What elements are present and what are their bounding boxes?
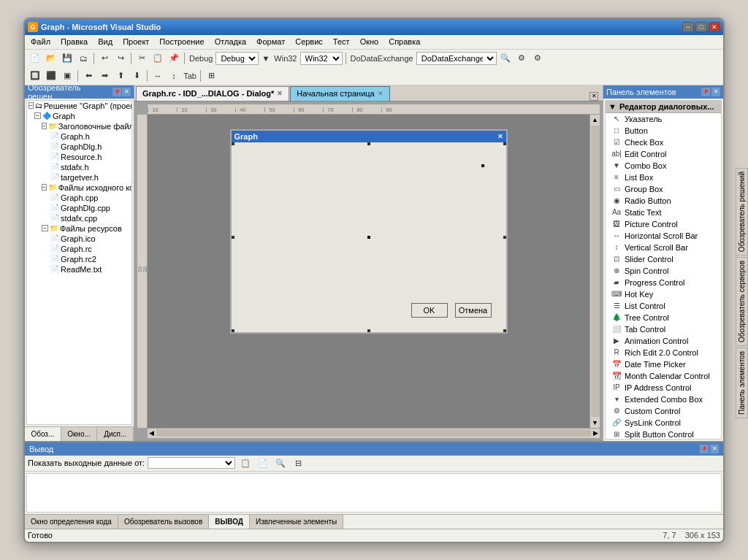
- minimize-button[interactable]: −: [682, 22, 694, 32]
- editor-tab-dialog[interactable]: Graph.rc - IDD_...DIALOG - Dialog* ✕: [136, 86, 289, 101]
- menu-build[interactable]: Построение: [155, 36, 208, 47]
- dialog-content-area[interactable]: OK Отмена: [232, 142, 506, 332]
- scroll-thumb[interactable]: [591, 126, 600, 417]
- toolbox-statictext[interactable]: Aa Static Text: [606, 207, 721, 218]
- solution-collapse[interactable]: −: [28, 102, 34, 109]
- tree-stdafx-h[interactable]: 📄 stdafx.h: [27, 162, 131, 172]
- tab-extracted[interactable]: Извлеченные элементы: [250, 515, 343, 529]
- handle-mr[interactable]: [503, 236, 506, 239]
- toolbar-extra1[interactable]: ⚙: [514, 52, 529, 65]
- tree-targetver-h[interactable]: 📄 targetver.h: [27, 172, 131, 183]
- output-pin-button[interactable]: 📌: [700, 445, 709, 453]
- dialog-cancel-button[interactable]: Отмена: [455, 303, 492, 318]
- toolbox-tabcontrol[interactable]: ⬜ Tab Control: [606, 323, 721, 335]
- dialog-editor-canvas[interactable]: Graph ✕: [148, 115, 589, 428]
- horizontal-scrollbar[interactable]: ◀ ▶: [148, 428, 600, 438]
- tree-resource-h[interactable]: 📄 Resource.h: [27, 152, 131, 162]
- dialog-close-x-icon[interactable]: ✕: [497, 133, 503, 140]
- format-btn1[interactable]: 🔲: [28, 69, 42, 83]
- headers-collapse[interactable]: −: [42, 123, 47, 129]
- output-close-button[interactable]: ✕: [710, 445, 719, 453]
- editor-tab-close-start[interactable]: ✕: [378, 90, 383, 97]
- toolbox-vscrollbar[interactable]: ↕ Vertical Scroll Bar: [606, 242, 721, 253]
- menu-window[interactable]: Окно: [356, 36, 383, 47]
- toolbox-checkbox[interactable]: ☑ Check Box: [606, 137, 721, 148]
- toolbox-splitbutton[interactable]: ⊞ Split Button Control: [606, 429, 721, 440]
- menu-debug[interactable]: Отладка: [210, 36, 251, 47]
- dialog-canvas-wrap[interactable]: 10 20 30 40 50 60 70: [134, 101, 603, 441]
- tree-graph-rc2[interactable]: 📄 Graph.rc2: [27, 254, 131, 264]
- output-source-dropdown[interactable]: [148, 457, 235, 469]
- function-dropdown[interactable]: DoDataExchange: [416, 52, 497, 65]
- toolbox-pointer[interactable]: ↖ Указатель: [606, 113, 721, 125]
- toolbox-slidercontrol[interactable]: ⊡ Slider Control: [606, 253, 721, 265]
- menu-help[interactable]: Справка: [384, 36, 424, 47]
- find-button[interactable]: 🔍: [498, 52, 513, 65]
- config-dropdown[interactable]: Debug: [215, 52, 259, 65]
- menu-edit[interactable]: Правка: [56, 36, 92, 47]
- paste-button[interactable]: 📌: [167, 52, 181, 65]
- menu-test[interactable]: Тест: [329, 36, 354, 47]
- handle-tr[interactable]: [503, 142, 506, 145]
- toolbox-richedit[interactable]: R Rich Edit 2.0 Control: [606, 347, 721, 358]
- save-button[interactable]: 💾: [60, 52, 75, 65]
- redo-button[interactable]: ↪: [113, 52, 128, 65]
- close-button[interactable]: ✕: [709, 22, 720, 32]
- resources-collapse[interactable]: −: [42, 225, 48, 231]
- menu-view[interactable]: Вид: [94, 36, 117, 47]
- handle-tl[interactable]: [232, 142, 234, 145]
- handle-ml[interactable]: [232, 236, 234, 239]
- panel-pin-button[interactable]: 📌: [112, 88, 121, 96]
- tab-call-browser[interactable]: Обозреватель вызовов: [118, 515, 209, 529]
- toolbox-hotkey[interactable]: ⌨ Hot Key: [606, 288, 721, 300]
- toolbox-editcontrol[interactable]: ab| Edit Control: [606, 148, 721, 160]
- maximize-button[interactable]: □: [695, 22, 707, 32]
- toolbox-groupbox[interactable]: ▭ Group Box: [606, 183, 721, 195]
- toolbar-extra2[interactable]: ⚙: [530, 52, 545, 65]
- tab-code-def[interactable]: Окно определения кода: [25, 515, 118, 529]
- handle-bl[interactable]: [232, 329, 234, 332]
- editor-tab-close-dialog[interactable]: ✕: [277, 90, 283, 97]
- project-collapse[interactable]: −: [34, 112, 41, 119]
- align-bottom[interactable]: ⬇: [129, 69, 144, 83]
- align-top[interactable]: ⬆: [113, 69, 128, 83]
- scroll-down-arrow[interactable]: ▼: [590, 418, 600, 428]
- toolbox-monthcalendar[interactable]: 📆 Month Calendar Control: [606, 370, 721, 382]
- handle-bc[interactable]: [367, 329, 370, 332]
- toolbox-customcontrol[interactable]: ⚙ Custom Control: [606, 405, 721, 417]
- scroll-hthumb[interactable]: [156, 429, 591, 437]
- solution-tree[interactable]: − 🗂 Решение "Graph" (проект: − 🔷 Graph −…: [26, 100, 132, 425]
- output-btn4[interactable]: ⊟: [291, 456, 305, 469]
- handle-br[interactable]: [503, 329, 506, 332]
- toolbox-close-button[interactable]: ✕: [711, 88, 720, 96]
- toolbox-picturecontrol[interactable]: 🖼 Picture Control: [606, 218, 721, 230]
- platform-dropdown[interactable]: Win32: [300, 52, 343, 65]
- output-content[interactable]: [26, 473, 722, 513]
- toolbox-section-dialog[interactable]: ▼ Редактор диалоговых...: [606, 101, 721, 113]
- toolbox-extcombobox[interactable]: ▾ Extended Combo Box: [606, 394, 721, 405]
- menu-project[interactable]: Проект: [118, 36, 153, 47]
- menu-format[interactable]: Формат: [252, 36, 289, 47]
- editor-panel-close[interactable]: ✕: [589, 92, 598, 101]
- tree-readme[interactable]: 📄 ReadMe.txt: [27, 264, 131, 275]
- toolbox-animationcontrol[interactable]: ▶ Animation Control: [606, 335, 721, 347]
- dialog-ok-button[interactable]: OK: [411, 303, 448, 318]
- toolbox-radiobutton[interactable]: ◉ Radio Button: [606, 195, 721, 207]
- toolbox-listcontrol[interactable]: ☰ List Control: [606, 300, 721, 312]
- source-collapse[interactable]: −: [42, 184, 47, 191]
- tab-order[interactable]: Tab: [183, 69, 197, 83]
- toolbox-syslinkcontrol[interactable]: 🔗 SysLink Control: [606, 417, 721, 429]
- tab-class-view[interactable]: Окно...: [61, 427, 98, 441]
- tree-graphdlg-h[interactable]: 📄 GraphDlg.h: [27, 142, 131, 152]
- tree-resources-folder[interactable]: − 📁 Файлы ресурсов: [27, 223, 131, 234]
- tab-output[interactable]: ВЫВОД: [209, 515, 250, 529]
- toolbox-hscrollbar[interactable]: ↔ Horizontal Scroll Bar: [606, 230, 721, 242]
- scroll-left-arrow[interactable]: ◀: [148, 428, 156, 438]
- scroll-up-arrow[interactable]: ▲: [590, 115, 600, 125]
- tree-graph-cpp[interactable]: 📄 Graph.cpp: [27, 193, 131, 203]
- toolbox-treecontrol[interactable]: 🌲 Tree Control: [606, 312, 721, 323]
- format-btn2[interactable]: ⬛: [44, 69, 58, 83]
- toolbox-listbox[interactable]: ≡ List Box: [606, 172, 721, 183]
- toolbox-ipaddress[interactable]: IP IP Address Control: [606, 382, 721, 394]
- vertical-scrollbar[interactable]: ▲ ▼: [589, 115, 600, 428]
